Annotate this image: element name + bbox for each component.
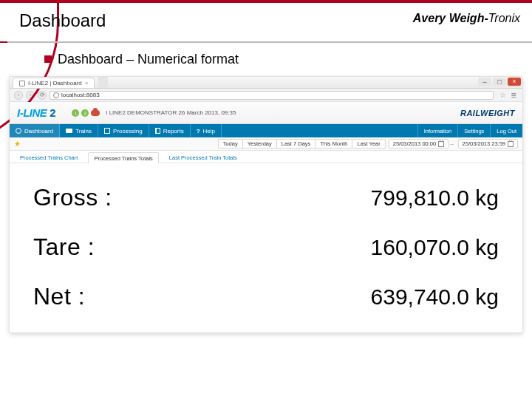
browser-tabstrip: I-LINE2 | Dashboard × – □ × <box>10 77 522 89</box>
status-dot-2-icon: 2 <box>81 109 89 117</box>
total-label: Net : <box>33 283 85 310</box>
back-button[interactable]: ‹ <box>14 91 23 100</box>
page-icon <box>19 81 25 86</box>
nav-label: Trains <box>75 128 92 134</box>
date-to-input[interactable]: 25/03/2013 23:59 <box>458 139 518 149</box>
maximize-button[interactable]: □ <box>493 78 506 86</box>
help-icon: ? <box>197 128 200 134</box>
close-tab-icon[interactable]: × <box>85 80 89 86</box>
date-range-dash: – <box>450 140 453 147</box>
bullet-icon <box>44 55 52 63</box>
brand-logo: Avery Weigh-Tronix <box>413 12 520 25</box>
app-header: I-LINE2 1 2 I LINE2 DEMONSTRATOR 26 Marc… <box>10 102 522 124</box>
railweight-logo: RAILWEIGHT <box>460 109 515 117</box>
app-logo-two: 2 <box>50 106 55 119</box>
nav-right-label: Information <box>424 128 452 134</box>
nav-label: Help <box>203 128 215 134</box>
filter-last7days[interactable]: Last 7 Days <box>276 139 316 149</box>
nav-right-label: Settings <box>464 128 484 134</box>
nav-spacer <box>222 124 417 137</box>
total-value: 639,740.0 kg <box>371 284 499 310</box>
browser-tab[interactable]: I-LINE2 | Dashboard × <box>13 78 95 88</box>
slide-header: Dashboard Avery Weigh-Tronix <box>0 0 532 43</box>
date-from-text: 25/03/2013 00:00 <box>393 140 436 147</box>
nav-reports[interactable]: Reports <box>149 124 191 137</box>
reports-icon <box>155 128 160 134</box>
nav-trains[interactable]: Trains <box>60 124 98 137</box>
filter-bar: ★ Today Yesterday Last 7 Days This Month… <box>10 137 522 151</box>
nav-help[interactable]: ?Help <box>191 124 222 137</box>
reload-button[interactable]: ⟳ <box>38 91 47 100</box>
subtab-last-train[interactable]: Last Processed Train Totals <box>163 151 243 163</box>
totals-panel: Gross : 799,810.0 kg Tare : 160,070.0 kg… <box>10 163 522 332</box>
nav-logout[interactable]: Log Out <box>490 124 522 137</box>
nav-dashboard[interactable]: Dashboard <box>10 124 60 137</box>
minimize-button[interactable]: – <box>478 78 491 86</box>
subtab-chart[interactable]: Processed Trains Chart <box>14 151 83 163</box>
total-row-net: Net : 639,740.0 kg <box>30 276 502 325</box>
nav-label: Processing <box>113 128 143 134</box>
sub-tabs: Processed Trains Chart Processed Trains … <box>10 151 522 163</box>
total-label: Tare : <box>33 233 95 261</box>
app-logo: I-LINE2 <box>17 106 55 119</box>
calendar-icon <box>508 141 514 147</box>
filter-thismonth[interactable]: This Month <box>315 139 352 149</box>
close-window-button[interactable]: × <box>508 78 521 86</box>
slide-subtitle: Dashboard – Numerical format <box>58 52 239 66</box>
total-row-gross: Gross : 799,810.0 kg <box>30 177 502 226</box>
header-rule <box>0 41 532 43</box>
forward-button[interactable]: › <box>26 91 35 100</box>
filter-yesterday[interactable]: Yesterday <box>242 139 276 149</box>
train-icon <box>66 129 72 133</box>
filter-lastyear[interactable]: Last Year <box>352 139 385 149</box>
processing-icon <box>104 128 110 134</box>
status-dot-1-icon: 1 <box>72 109 79 117</box>
status-icons: 1 2 <box>72 109 100 117</box>
nav-processing[interactable]: Processing <box>98 124 149 137</box>
browser-window: I-LINE2 | Dashboard × – □ × ‹ › ⟳ localh… <box>9 76 523 333</box>
filter-today[interactable]: Today <box>218 139 242 149</box>
new-tab-button[interactable] <box>98 77 108 88</box>
nav-right-label: Log Out <box>497 128 516 134</box>
favorite-icon[interactable]: ★ <box>14 140 21 148</box>
nav-information[interactable]: Information <box>417 124 458 137</box>
globe-icon <box>53 92 59 98</box>
date-to-text: 25/03/2013 23:59 <box>463 140 505 147</box>
browser-address-bar: ‹ › ⟳ localhost:8083 ☆ ≡ <box>10 89 522 102</box>
subtab-totals[interactable]: Processed Trains Totals <box>88 152 158 163</box>
nav-settings[interactable]: Settings <box>457 124 490 137</box>
cloud-alert-icon <box>91 110 100 116</box>
dashboard-icon <box>16 128 21 134</box>
app-navbar: Dashboard Trains Processing Reports ?Hel… <box>10 124 522 137</box>
brand-suffix: Tronix <box>488 12 520 24</box>
bookmark-icon[interactable]: ☆ <box>499 91 506 99</box>
address-input[interactable]: localhost:8083 <box>50 91 494 100</box>
slide-subtitle-row: Dashboard – Numerical format <box>0 43 532 75</box>
app-subtitle: I LINE2 DEMONSTRATOR 26 March 2013, 09:3… <box>106 109 236 116</box>
total-label: Gross : <box>33 184 112 211</box>
total-value: 799,810.0 kg <box>371 185 499 211</box>
total-row-tare: Tare : 160,070.0 kg <box>30 226 502 276</box>
total-value: 160,070.0 kg <box>371 235 499 260</box>
slide-title: Dashboard <box>19 10 106 31</box>
brand-main: Avery Weigh- <box>413 12 488 24</box>
calendar-icon <box>438 141 444 147</box>
browser-tab-title: I-LINE2 | Dashboard <box>28 80 82 86</box>
date-from-input[interactable]: 25/03/2013 00:00 <box>389 139 449 149</box>
address-text: localhost:8083 <box>61 92 100 98</box>
nav-label: Dashboard <box>24 128 53 134</box>
app-logo-main: I-LINE <box>17 106 47 119</box>
window-controls: – □ × <box>478 78 521 86</box>
browser-menu-icon[interactable]: ≡ <box>509 90 518 100</box>
nav-label: Reports <box>163 128 184 134</box>
